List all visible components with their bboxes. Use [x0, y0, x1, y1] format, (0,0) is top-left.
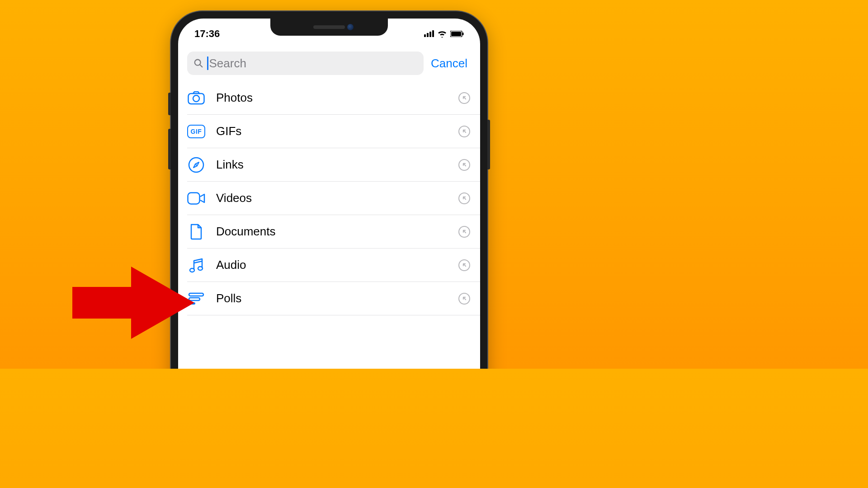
- svg-rect-1: [451, 32, 461, 36]
- category-label: Documents: [216, 225, 448, 239]
- status-time: 17:36: [194, 28, 220, 40]
- category-label: Links: [216, 158, 448, 172]
- cancel-button[interactable]: Cancel: [431, 56, 471, 70]
- search-icon: [193, 58, 203, 68]
- category-label: Polls: [216, 291, 448, 305]
- search-input[interactable]: Search: [187, 52, 424, 75]
- category-links[interactable]: Links: [187, 148, 480, 182]
- category-label: Photos: [216, 91, 448, 105]
- category-audio[interactable]: Audio: [187, 249, 480, 282]
- category-list: Photos GIF GIFs Links: [178, 81, 480, 315]
- arrow-up-left-icon: [458, 92, 470, 104]
- svg-point-8: [196, 164, 197, 165]
- category-label: Audio: [216, 258, 448, 272]
- arrow-up-left-icon: [458, 126, 470, 137]
- battery-icon: [450, 31, 464, 37]
- compass-icon: [187, 156, 205, 174]
- arrow-up-left-icon: [458, 159, 470, 171]
- camera-icon: [187, 89, 205, 107]
- svg-point-6: [193, 95, 199, 102]
- arrow-up-left-icon: [458, 259, 470, 271]
- category-gifs[interactable]: GIF GIFs: [187, 115, 480, 148]
- text-cursor: [207, 56, 208, 70]
- arrow-up-left-icon: [458, 192, 470, 204]
- video-icon: [187, 189, 205, 207]
- annotation-arrow-icon: [63, 262, 199, 343]
- wifi-icon: [437, 30, 447, 38]
- document-icon: [187, 223, 205, 241]
- notch: [270, 19, 388, 36]
- category-photos[interactable]: Photos: [187, 81, 480, 115]
- cellular-icon: [424, 30, 434, 37]
- phone-screen: 17:36 Search Cancel: [178, 19, 480, 369]
- svg-rect-9: [188, 192, 200, 204]
- gif-icon: GIF: [187, 122, 205, 141]
- arrow-up-left-icon: [458, 226, 470, 238]
- category-label: Videos: [216, 191, 448, 205]
- category-label: GIFs: [216, 124, 448, 138]
- svg-line-4: [200, 65, 203, 67]
- category-documents[interactable]: Documents: [187, 215, 480, 249]
- search-placeholder: Search: [209, 56, 246, 70]
- arrow-up-left-icon: [458, 293, 470, 305]
- search-row: Search Cancel: [178, 43, 480, 81]
- svg-rect-2: [462, 33, 464, 35]
- phone-frame: 17:36 Search Cancel: [171, 11, 487, 369]
- category-polls[interactable]: Polls: [187, 282, 480, 315]
- category-videos[interactable]: Videos: [187, 182, 480, 215]
